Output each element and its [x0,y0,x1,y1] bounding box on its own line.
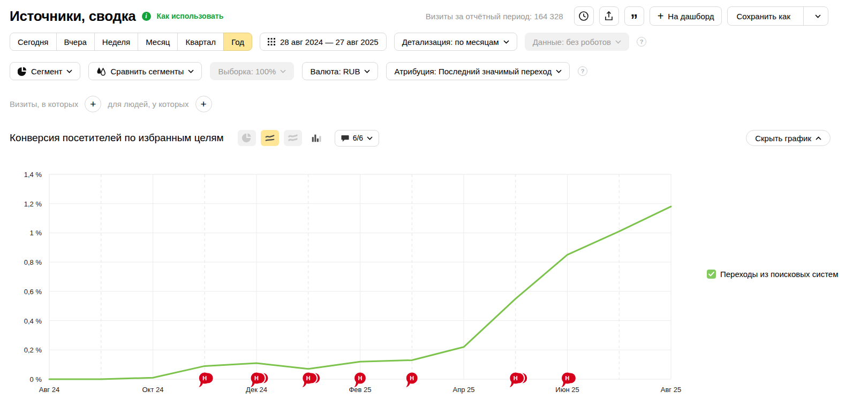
y-axis-tick: 0,8 % [24,258,42,266]
chevron-down-icon [503,40,509,44]
clock-icon [578,10,590,22]
detalization-dropdown[interactable]: Детализация: по месяцам [394,33,517,51]
period-segmented-control: Сегодня Вчера Неделя Месяц Квартал Год [10,33,252,51]
add-to-dashboard-label: На дашборд [668,12,714,21]
sampling-label: Выборка: 100% [218,67,276,76]
save-as-button[interactable]: Сохранить как [727,6,828,26]
data-filter-label: Данные: без роботов [533,37,611,47]
plus-icon: + [658,11,664,21]
people-filter-label: для людей, у которых [108,99,188,109]
detalization-label: Детализация: по месяцам [402,37,499,47]
note-marker[interactable]: Н [510,373,528,388]
plus-icon: + [90,98,96,110]
chart-type-pie-button[interactable] [238,130,256,146]
filter-builder: Визиты, в которых + для людей, у которых… [10,96,212,112]
chevron-down-icon [280,70,286,73]
legend-item-search-engines[interactable]: Переходы из поисковых систем [707,270,839,279]
period-yesterday[interactable]: Вчера [56,33,95,51]
data-filter-dropdown[interactable]: Данные: без роботов [525,33,629,51]
segment-dropdown[interactable]: Сегмент [10,62,80,80]
currency-dropdown[interactable]: Валюта: RUB [302,62,378,80]
chevron-down-icon [615,40,621,44]
bar-chart-icon [311,133,321,143]
visits-summary: Визиты за отчётный период: 164 328 [426,12,563,21]
attribution-label: Атрибуция: Последний значимый переход [394,67,552,76]
how-to-use-link[interactable]: Как использовать [157,12,224,20]
segment-toolbar: Сегмент Сравнить сегменты Выборка: 100% … [10,62,587,80]
note-marker[interactable]: Н [303,373,321,388]
legend-label: Переходы из поисковых систем [720,270,839,279]
period-month[interactable]: Месяц [138,33,178,51]
x-axis-tick: Апр 25 [452,386,474,394]
note-marker[interactable]: Н [199,373,214,388]
export-button[interactable] [599,6,619,26]
x-axis-tick: Июн 25 [555,386,579,394]
pie-segment-icon [18,67,27,76]
chart-type-area-button[interactable] [284,130,302,146]
divider [803,7,804,25]
note-marker-glyph: Н [514,375,518,381]
add-visit-filter-button[interactable]: + [85,96,101,112]
chevron-down-icon [815,14,821,18]
note-marker[interactable]: Н [406,373,418,388]
quotes-icon: ” [630,17,638,22]
save-as-menu-toggle[interactable] [808,14,828,18]
export-icon [603,10,615,22]
chevron-down-icon [66,70,72,73]
legend-checkbox[interactable] [707,270,716,279]
add-to-dashboard-button[interactable]: + На дашборд [650,6,722,26]
plus-icon: + [200,98,206,110]
period-quarter[interactable]: Квартал [177,33,224,51]
y-axis-tick: 1,2 % [24,200,42,208]
sampling-dropdown[interactable]: Выборка: 100% [210,62,294,80]
chevron-up-icon [816,136,821,140]
pie-chart-icon [241,133,252,143]
date-range-label: 28 авг 2024 — 27 авг 2025 [280,37,379,47]
note-marker-glyph: Н [254,375,259,381]
y-axis-tick: 1 % [30,229,42,237]
note-marker[interactable]: Н [251,373,269,388]
add-people-filter-button[interactable]: + [195,96,212,112]
compare-segments-dropdown[interactable]: Сравнить сегменты [88,62,202,80]
notes-counter-value: 6/6 [353,134,363,142]
page-header: Источники, сводка i Как использовать Виз… [10,5,828,27]
line-chart-icon [265,133,275,143]
stacked-area-icon [288,133,298,143]
chevron-down-icon [556,70,562,73]
period-year[interactable]: Год [223,33,252,51]
speech-bubble-icon [341,134,349,142]
date-range-button[interactable]: 28 авг 2024 — 27 авг 2025 [260,33,387,51]
comments-button[interactable]: ” [624,6,644,26]
note-marker-glyph: Н [410,375,414,381]
x-axis-tick: Дек 24 [246,386,267,394]
help-icon[interactable]: ? [637,37,646,47]
note-marker-glyph: Н [202,375,207,381]
x-axis-tick: Авг 25 [661,386,681,394]
history-button[interactable] [574,6,594,26]
note-marker-glyph: Н [358,375,363,381]
hide-chart-label: Скрыть график [755,134,811,143]
notes-counter-dropdown[interactable]: 6/6 [335,130,379,147]
y-axis-tick: 0 % [30,375,42,383]
note-marker[interactable]: Н [562,373,577,388]
period-today[interactable]: Сегодня [10,33,57,51]
help-icon[interactable]: ? [578,66,587,76]
note-marker[interactable]: Н [354,373,366,388]
y-axis-tick: 0,2 % [24,346,42,354]
attribution-dropdown[interactable]: Атрибуция: Последний значимый переход [386,62,570,80]
visits-filter-label: Визиты, в которых [10,99,78,109]
chart-type-bars-button[interactable] [307,130,325,146]
note-marker-glyph: Н [306,375,311,381]
chevron-down-icon [188,70,194,73]
compare-segments-label: Сравнить сегменты [110,67,184,76]
period-week[interactable]: Неделя [94,33,138,51]
x-axis-tick: Авг 24 [39,386,59,394]
hide-chart-button[interactable]: Скрыть график [746,130,831,146]
note-marker-glyph: Н [565,375,570,381]
chart-type-line-button[interactable] [261,130,279,146]
chevron-down-icon [364,70,370,73]
y-axis-tick: 0,4 % [24,317,42,325]
calendar-grid-icon [268,38,276,46]
info-icon: i [142,12,151,21]
conversion-line-chart[interactable]: 0 %0,2 %0,4 %0,6 %0,8 %1 %1,2 %1,4 %Авг … [0,160,712,406]
